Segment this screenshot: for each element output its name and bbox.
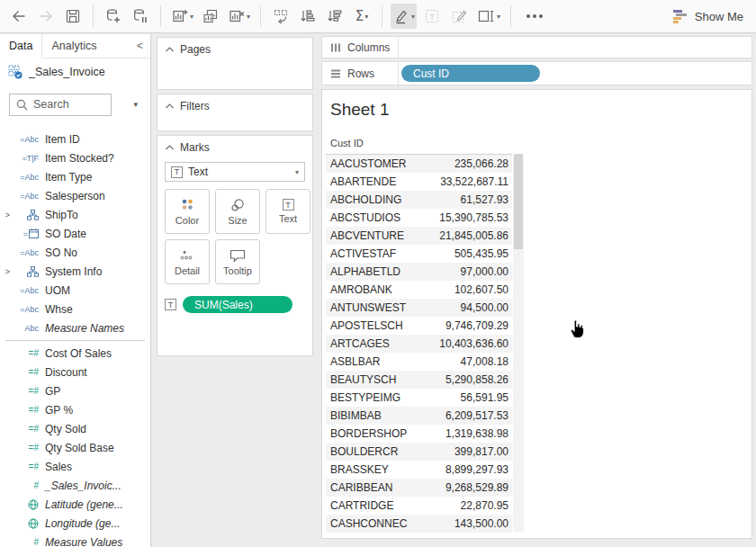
field-item[interactable]: =AbcWhse xyxy=(0,300,150,318)
mark-type-dropdown[interactable]: T Text ▾ xyxy=(165,162,305,182)
value-cell[interactable]: 235,066.28 xyxy=(422,157,512,170)
table-row[interactable]: AMROBANK102,607.50 xyxy=(326,281,512,299)
detail-button[interactable]: Detail xyxy=(165,239,210,284)
clear-sheet-button[interactable]: ▾ xyxy=(226,4,252,29)
field-item[interactable]: =T|FItem Stocked? xyxy=(0,148,150,167)
tab-analytics[interactable]: Analytics xyxy=(42,34,105,58)
color-button[interactable]: Color xyxy=(165,189,210,234)
search-options-icon[interactable]: ▾ xyxy=(130,96,141,112)
table-row[interactable]: ALPHABETLD97,000.00 xyxy=(326,263,512,281)
value-cell[interactable]: 15,390,785.53 xyxy=(422,211,512,224)
collapse-pane-icon[interactable]: < xyxy=(130,40,150,52)
save-button[interactable] xyxy=(61,4,85,29)
table-row[interactable]: ASBLBAR47,008.18 xyxy=(326,353,512,371)
datasource-item[interactable]: _Sales_Invoice xyxy=(0,58,150,85)
scrollbar-thumb[interactable] xyxy=(514,154,523,249)
search-input[interactable] xyxy=(33,98,96,111)
table-row[interactable]: ABARTENDE33,522,687.11 xyxy=(326,173,512,191)
chevron-down-icon[interactable]: ▾ xyxy=(497,13,500,21)
field-item[interactable]: =AbcSalesperson xyxy=(0,186,150,205)
row-header-cell[interactable]: AACUSTOMER xyxy=(326,157,422,170)
field-item[interactable]: =AbcItem Type xyxy=(0,167,150,186)
field-item[interactable]: =AbcSO No xyxy=(0,243,150,262)
row-header-cell[interactable]: CARIBBEAN xyxy=(326,481,422,494)
table-row[interactable]: AACUSTOMER235,066.28 xyxy=(326,155,512,173)
row-header-cell[interactable]: BORDERSHOP xyxy=(326,427,422,440)
table-row[interactable]: CARTRIDGE22,870.95 xyxy=(326,497,512,515)
table-row[interactable]: ARTCAGES10,403,636.60 xyxy=(326,335,512,353)
value-cell[interactable]: 9,746,709.29 xyxy=(422,319,512,332)
value-cell[interactable]: 21,845,005.86 xyxy=(422,229,512,242)
table-row[interactable]: APOSTELSCH9,746,709.29 xyxy=(326,317,512,335)
value-cell[interactable]: 10,403,636.60 xyxy=(422,337,512,350)
value-cell[interactable]: 33,522,687.11 xyxy=(422,175,512,188)
tooltip-button[interactable]: Tooltip xyxy=(215,239,260,284)
value-cell[interactable]: 61,527.93 xyxy=(422,193,512,206)
row-header-cell[interactable]: ACTIVESTAF xyxy=(326,247,422,260)
table-row[interactable]: BEAUTYSCH5,290,858.26 xyxy=(326,371,512,389)
sum-sales-pill[interactable]: SUM(Sales) xyxy=(183,296,292,313)
field-item[interactable]: =#GP % xyxy=(0,400,150,419)
field-item[interactable]: =SO Date xyxy=(0,224,150,243)
row-header-cell[interactable]: BOULDERCR xyxy=(326,445,422,458)
row-header-cell[interactable]: ANTUNSWEST xyxy=(326,301,422,314)
field-item[interactable]: #Measure Values xyxy=(0,533,150,547)
value-cell[interactable]: 94,500.00 xyxy=(422,301,512,314)
value-cell[interactable]: 47,008.18 xyxy=(422,355,512,368)
row-header-cell[interactable]: ABARTENDE xyxy=(326,175,422,188)
table-row[interactable]: BESTYPEIMG56,591.95 xyxy=(326,389,512,407)
field-item[interactable]: =#Qty Sold Base xyxy=(0,438,150,457)
field-item[interactable]: Latitude (gene... xyxy=(0,495,150,514)
value-cell[interactable]: 143,500.00 xyxy=(422,517,512,530)
field-item[interactable]: =#Discount xyxy=(0,363,150,381)
row-header-cell[interactable]: ABCHOLDING xyxy=(326,193,422,206)
table-row[interactable]: CARIBBEAN9,268,529.89 xyxy=(326,479,512,497)
expander-icon[interactable]: > xyxy=(3,267,13,276)
field-item[interactable]: >ShipTo xyxy=(0,205,150,224)
table-row[interactable]: CASHCONNEC143,500.00 xyxy=(326,515,512,533)
table-row[interactable]: ACTIVESTAF505,435.95 xyxy=(326,245,512,263)
field-item[interactable]: =#GP xyxy=(0,381,150,400)
value-cell[interactable]: 22,870.95 xyxy=(422,499,512,512)
row-header-cell[interactable]: AMROBANK xyxy=(326,283,422,296)
field-item[interactable]: =#Qty Sold xyxy=(0,419,150,438)
pause-auto-updates-button[interactable] xyxy=(129,4,152,29)
swap-rows-columns-button[interactable] xyxy=(269,4,292,29)
chevron-up-icon[interactable] xyxy=(165,144,175,151)
columns-shelf[interactable]: Columns xyxy=(321,36,752,58)
row-header-cell[interactable]: APOSTELSCH xyxy=(326,319,422,332)
field-item[interactable]: Longitude (ge... xyxy=(0,514,150,533)
row-header-cell[interactable]: BEAUTYSCH xyxy=(326,373,422,386)
table-row[interactable]: ABCVENTURE21,845,005.86 xyxy=(326,227,512,245)
row-header-cell[interactable]: BIBIMBAB xyxy=(326,409,422,422)
row-header-cell[interactable]: ABCSTUDIOS xyxy=(326,211,422,224)
highlight-button[interactable]: ▾ xyxy=(391,4,417,29)
table-row[interactable]: BORDERSHOP1,319,638.98 xyxy=(326,425,512,443)
totals-button[interactable]: Σ ▾ xyxy=(350,4,374,29)
row-header-cell[interactable]: BRASSKEY xyxy=(326,463,422,476)
tab-data[interactable]: Data xyxy=(0,34,42,58)
fit-selector-button[interactable]: ▾ xyxy=(474,4,502,29)
value-cell[interactable]: 9,268,529.89 xyxy=(422,481,512,494)
chevron-down-icon[interactable]: ▾ xyxy=(190,13,194,21)
row-header-cell[interactable]: ARTCAGES xyxy=(326,337,422,350)
value-cell[interactable]: 56,591.95 xyxy=(422,391,512,404)
value-cell[interactable]: 6,209,517.53 xyxy=(422,409,512,422)
sort-ascending-button[interactable] xyxy=(296,4,320,29)
vertical-scrollbar[interactable] xyxy=(513,154,524,532)
value-cell[interactable]: 97,000.00 xyxy=(422,265,512,278)
cust-id-pill[interactable]: Cust ID xyxy=(401,65,540,82)
new-worksheet-button[interactable]: ▾ xyxy=(169,4,195,29)
undo-button[interactable] xyxy=(7,4,31,29)
table-row[interactable]: ANTUNSWEST94,500.00 xyxy=(326,299,512,317)
value-cell[interactable]: 1,319,638.98 xyxy=(422,427,512,440)
value-cell[interactable]: 102,607.50 xyxy=(422,283,512,296)
field-item[interactable]: >System Info xyxy=(0,262,150,281)
row-header-cell[interactable]: ALPHABETLD xyxy=(326,265,422,278)
size-button[interactable]: Size xyxy=(215,189,260,234)
new-data-source-button[interactable] xyxy=(102,4,125,29)
value-cell[interactable]: 5,290,858.26 xyxy=(422,373,512,386)
chevron-up-icon[interactable] xyxy=(165,46,175,53)
table-row[interactable]: ABCHOLDING61,527.93 xyxy=(326,191,512,209)
field-item[interactable]: AbcMeasure Names xyxy=(0,318,150,337)
